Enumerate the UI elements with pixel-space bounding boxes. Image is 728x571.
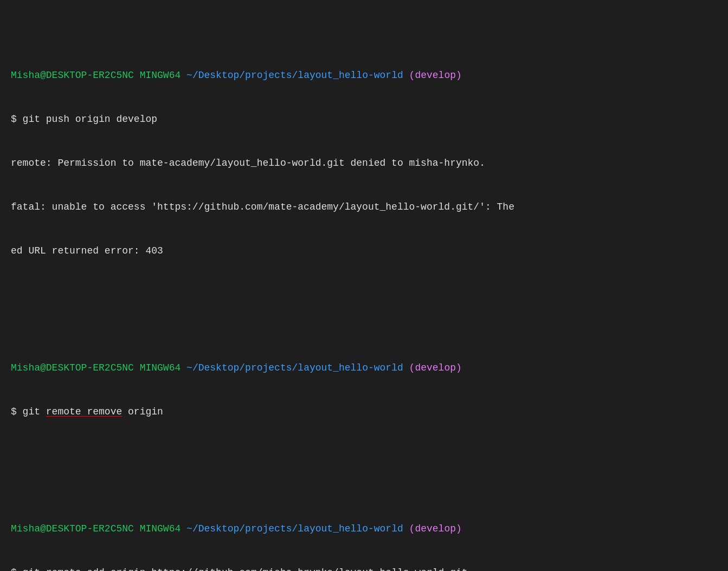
output-1-3: ed URL returned error: 403 (11, 244, 717, 258)
terminal-window: Misha@DESKTOP-ER2C5NC MINGW64 ~/Desktop/… (11, 10, 717, 571)
prompt-branch-3: (develop) (409, 523, 462, 534)
command-line-3: $ git remote add origin https://github.c… (11, 566, 717, 571)
prompt-line-2: Misha@DESKTOP-ER2C5NC MINGW64 ~/Desktop/… (11, 361, 717, 375)
prompt-user-2: Misha@DESKTOP-ER2C5NC (11, 362, 134, 373)
prompt-shell-3: MINGW64 (140, 523, 181, 534)
prompt-branch-1: (develop) (409, 70, 462, 81)
prompt-user-1: Misha@DESKTOP-ER2C5NC (11, 70, 134, 81)
underline-add: add (87, 567, 104, 571)
prompt-line-1: Misha@DESKTOP-ER2C5NC MINGW64 ~/Desktop/… (11, 68, 717, 83)
prompt-path-3: ~/Desktop/projects/layout_hello-world (186, 523, 403, 534)
underline-remove: remote remove (46, 406, 122, 417)
prompt-path-1: ~/Desktop/projects/layout_hello-world (186, 70, 403, 81)
prompt-path-2: ~/Desktop/projects/layout_hello-world (186, 362, 403, 373)
prompt-line-3: Misha@DESKTOP-ER2C5NC MINGW64 ~/Desktop/… (11, 522, 717, 536)
prompt-shell-2: MINGW64 (140, 362, 181, 373)
output-1-2: fatal: unable to access 'https://github.… (11, 200, 717, 215)
prompt-branch-2: (develop) (409, 362, 462, 373)
command-line-1: $ git push origin develop (11, 112, 717, 127)
underline-url: misha-hrynko/layout_hello_world (263, 567, 444, 571)
command-line-2: $ git remote remove origin (11, 405, 717, 419)
output-1-1: remote: Permission to mate-academy/layou… (11, 156, 717, 171)
prompt-shell-1: MINGW64 (140, 70, 181, 81)
prompt-user-3: Misha@DESKTOP-ER2C5NC (11, 523, 134, 534)
